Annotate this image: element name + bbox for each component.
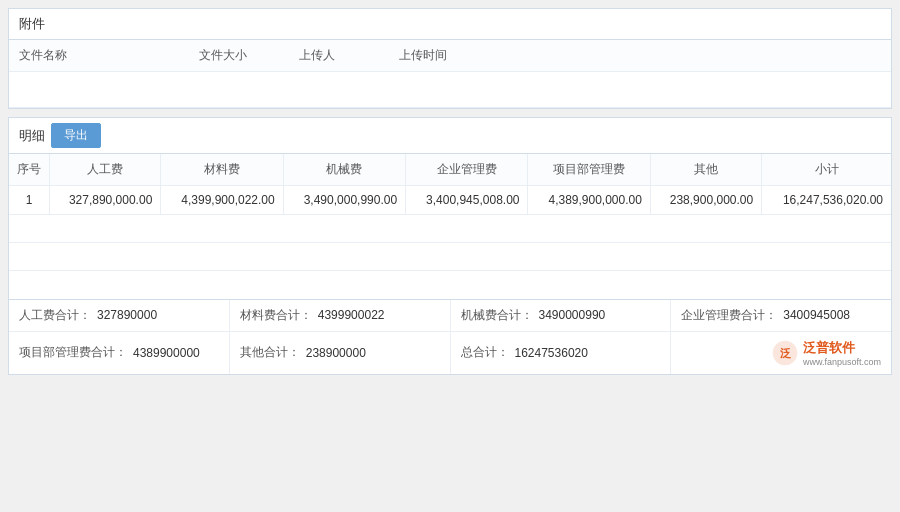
attachments-header: 附件 — [9, 9, 891, 40]
project-mgmt-summary-label: 项目部管理费合计： — [19, 344, 127, 361]
cell-other: 238,900,000.00 — [650, 186, 761, 215]
project-mgmt-summary-cell: 项目部管理费合计： 4389900000 — [9, 332, 230, 374]
attachments-panel: 附件 文件名称 文件大小 上传人 上传时间 — [8, 8, 892, 109]
svg-text:泛: 泛 — [779, 347, 791, 359]
detail-table: 序号 人工费 材料费 机械费 企业管理费 项目部管理费 其他 小计 1 327,… — [9, 154, 891, 299]
labor-summary-cell: 人工费合计： 327890000 — [9, 300, 230, 331]
other-summary-label: 其他合计： — [240, 344, 300, 361]
mechanical-summary-label: 机械费合计： — [461, 307, 533, 324]
detail-header: 明细 导出 — [9, 118, 891, 154]
other-summary-cell: 其他合计： 238900000 — [230, 332, 451, 374]
enterprise-mgmt-summary-label: 企业管理费合计： — [681, 307, 777, 324]
labor-summary-value: 327890000 — [97, 308, 157, 322]
attach-col-extra4 — [749, 40, 891, 72]
cell-mechanical: 3,490,000,990.00 — [283, 186, 405, 215]
attach-col-uploadtime: 上传时间 — [389, 40, 509, 72]
mechanical-summary-value: 3490000990 — [539, 308, 606, 322]
attach-col-extra3 — [669, 40, 749, 72]
logo-text-container: 泛普软件 www.fanpusoft.com — [803, 339, 881, 367]
cell-subtotal: 16,247,536,020.00 — [762, 186, 891, 215]
logo-icon: 泛 — [771, 339, 799, 367]
logo-url: www.fanpusoft.com — [803, 357, 881, 367]
attachments-title: 附件 — [19, 15, 45, 33]
attach-col-extra1 — [509, 40, 589, 72]
summary-row-2: 项目部管理费合计： 4389900000 其他合计： 238900000 总合计… — [9, 332, 891, 374]
detail-title: 明细 — [19, 127, 45, 145]
col-subtotal: 小计 — [762, 154, 891, 186]
col-material: 材料费 — [161, 154, 283, 186]
attach-col-uploader: 上传人 — [289, 40, 389, 72]
col-labor: 人工费 — [50, 154, 161, 186]
material-summary-cell: 材料费合计： 4399900022 — [230, 300, 451, 331]
attach-empty-row — [9, 72, 891, 108]
logo-name: 泛普软件 — [803, 340, 855, 355]
table-row: 1 327,890,000.00 4,399,900,022.00 3,490,… — [9, 186, 891, 215]
table-row-empty3 — [9, 271, 891, 299]
attach-col-filesize: 文件大小 — [189, 40, 289, 72]
cell-material: 4,399,900,022.00 — [161, 186, 283, 215]
summary-row-1: 人工费合计： 327890000 材料费合计： 4399900022 机械费合计… — [9, 300, 891, 332]
material-summary-value: 4399900022 — [318, 308, 385, 322]
enterprise-mgmt-summary-cell: 企业管理费合计： 3400945008 — [671, 300, 891, 331]
col-mechanical: 机械费 — [283, 154, 405, 186]
attach-col-filename: 文件名称 — [9, 40, 189, 72]
summary-footer: 人工费合计： 327890000 材料费合计： 4399900022 机械费合计… — [9, 299, 891, 374]
enterprise-mgmt-summary-value: 3400945008 — [783, 308, 850, 322]
mechanical-summary-cell: 机械费合计： 3490000990 — [451, 300, 672, 331]
total-summary-value: 16247536020 — [515, 346, 588, 360]
total-summary-label: 总合计： — [461, 344, 509, 361]
col-index: 序号 — [9, 154, 50, 186]
attach-col-extra2 — [589, 40, 669, 72]
material-summary-label: 材料费合计： — [240, 307, 312, 324]
col-other: 其他 — [650, 154, 761, 186]
project-mgmt-summary-value: 4389900000 — [133, 346, 200, 360]
detail-panel: 明细 导出 序号 人工费 材料费 机械费 企业管理费 项目部管理费 其他 小计 … — [8, 117, 892, 375]
export-button[interactable]: 导出 — [51, 123, 101, 148]
labor-summary-label: 人工费合计： — [19, 307, 91, 324]
table-row-empty1 — [9, 215, 891, 243]
cell-index: 1 — [9, 186, 50, 215]
page-container: 附件 文件名称 文件大小 上传人 上传时间 — [0, 0, 900, 512]
logo-cell: 泛 泛普软件 www.fanpusoft.com — [671, 332, 891, 374]
attachments-table: 文件名称 文件大小 上传人 上传时间 — [9, 40, 891, 108]
cell-project-mgmt: 4,389,900,000.00 — [528, 186, 650, 215]
other-summary-value: 238900000 — [306, 346, 366, 360]
col-project-mgmt: 项目部管理费 — [528, 154, 650, 186]
table-row-empty2 — [9, 243, 891, 271]
cell-labor: 327,890,000.00 — [50, 186, 161, 215]
cell-enterprise-mgmt: 3,400,945,008.00 — [406, 186, 528, 215]
total-summary-cell: 总合计： 16247536020 — [451, 332, 672, 374]
col-enterprise-mgmt: 企业管理费 — [406, 154, 528, 186]
